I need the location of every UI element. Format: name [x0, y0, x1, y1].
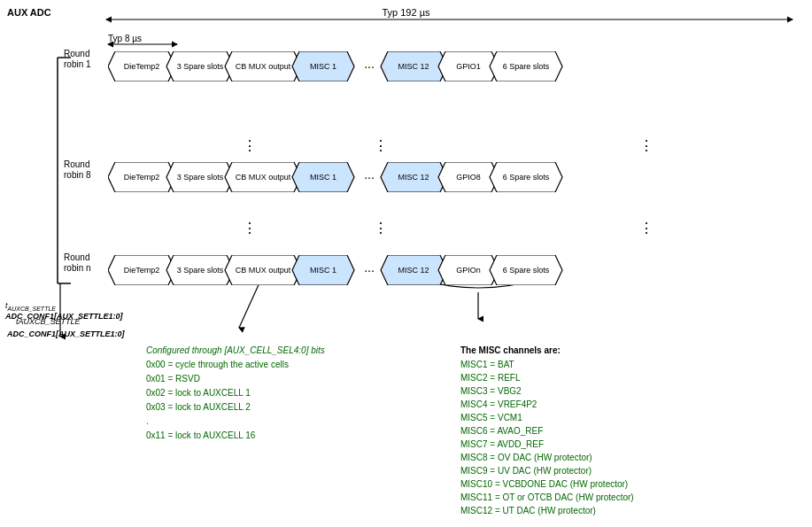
svg-text:3 Spare slots: 3 Spare slots [177, 266, 224, 275]
svg-text:3 Spare slots: 3 Spare slots [177, 173, 224, 182]
svg-text:DieTemp2: DieTemp2 [124, 62, 160, 71]
row-label-8: Roundrobin 8 [64, 159, 91, 181]
svg-text:6 Spare slots: 6 Spare slots [503, 62, 550, 71]
svg-text:MISC 1: MISC 1 [310, 266, 336, 275]
svg-text:MISC 12: MISC 12 [398, 266, 429, 275]
hex-row-1: DieTemp2 3 Spare slots CB MUX output MIS… [108, 51, 790, 81]
svg-text:⋮: ⋮ [639, 138, 653, 153]
svg-text:DieTemp2: DieTemp2 [124, 266, 160, 275]
misc-annotation: The MISC channels are: MISC1 = BATMISC2 … [460, 345, 797, 517]
conf-italic: Configured through [AUX_CELL_SEL4:0] bit… [146, 345, 385, 355]
adc-conf-label: ADC_CONF1[AUX_SETTLE1:0] [7, 329, 125, 338]
svg-text:MISC 12: MISC 12 [398, 62, 429, 71]
svg-text:⋮: ⋮ [243, 221, 257, 236]
row-label-n: Roundrobin n [64, 252, 91, 274]
left-annotation: Configured through [AUX_CELL_SEL4:0] bit… [146, 345, 385, 443]
svg-text:6 Spare slots: 6 Spare slots [503, 173, 550, 182]
svg-text:GPIO8: GPIO8 [456, 173, 481, 182]
typ-192-label: Typ 192 µs [0, 7, 812, 18]
svg-text:GPIO1: GPIO1 [456, 62, 481, 71]
svg-text:6 Spare slots: 6 Spare slots [503, 266, 550, 275]
svg-text:GPIOn: GPIOn [456, 266, 481, 275]
svg-text:⋮: ⋮ [243, 138, 257, 153]
misc-lines-container: MISC1 = BATMISC2 = REFLMISC3 = VBG2MISC4… [460, 358, 797, 517]
svg-text:CB MUX output: CB MUX output [236, 173, 291, 182]
t-label-italic: tAUXCB_SETTLE [5, 301, 56, 312]
diagram-container: ⋮ ⋮ ⋮ ⋮ ⋮ ⋮ AUX ADC Typ 192 µs Typ 8 µs … [0, 0, 812, 527]
svg-text:DieTemp2: DieTemp2 [124, 173, 160, 182]
hex-row-n: DieTemp2 3 Spare slots CB MUX output MIS… [108, 255, 790, 285]
svg-text:CB MUX output: CB MUX output [236, 62, 291, 71]
hex-row-8: DieTemp2 3 Spare slots CB MUX output MIS… [108, 162, 790, 192]
svg-line-12 [239, 279, 261, 328]
row-label-1: Roundrobin 1 [64, 49, 91, 70]
svg-text:3 Spare slots: 3 Spare slots [177, 62, 224, 71]
typ-8-label: Typ 8 µs [108, 34, 142, 43]
svg-text:···: ··· [364, 170, 375, 184]
svg-text:···: ··· [364, 263, 375, 277]
misc-title: The MISC channels are: [460, 345, 797, 355]
svg-text:⋮: ⋮ [639, 221, 653, 236]
svg-text:CB MUX output: CB MUX output [236, 266, 291, 275]
adc-conf-bold: ADC_CONF1[AUX_SETTLE1:0] [5, 312, 123, 321]
conf-lines: 0x00 = cycle through the active cells0x0… [146, 358, 385, 443]
svg-text:MISC 1: MISC 1 [310, 62, 336, 71]
svg-text:MISC 1: MISC 1 [310, 173, 336, 182]
svg-text:⋮: ⋮ [374, 221, 388, 236]
svg-text:MISC 12: MISC 12 [398, 173, 429, 182]
svg-text:···: ··· [364, 59, 375, 74]
svg-text:⋮: ⋮ [374, 138, 388, 153]
